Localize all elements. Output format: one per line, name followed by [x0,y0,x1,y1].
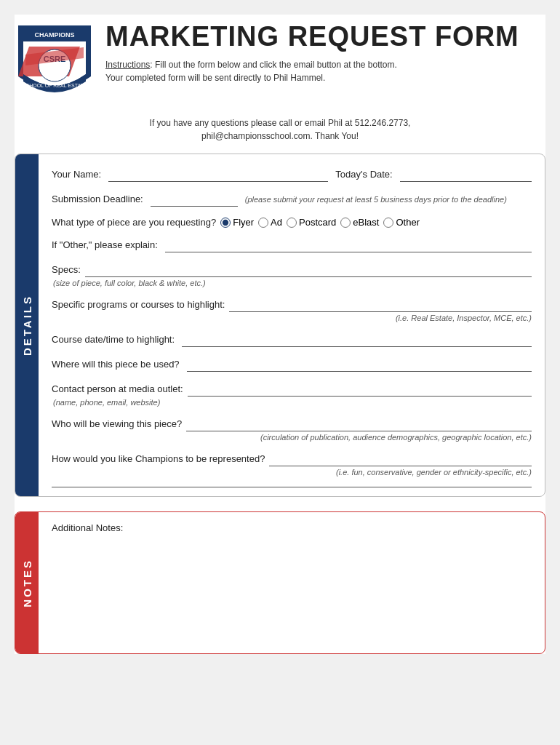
represented-label: How would you like Champions to be repre… [52,453,265,464]
header-text: MARKETING REQUEST FORM Instructions: Fil… [105,22,538,84]
course-date-row: Course date/time to highlight: [52,332,532,347]
notes-content: Additional Notes: [39,512,545,653]
eblast-option[interactable]: eBlast [340,217,379,228]
specs-input[interactable] [85,263,532,277]
submission-row: Submission Deadline: (please submit your… [52,192,532,207]
details-content: Your Name: Today's Date: Submission Dead… [39,154,545,496]
other-explain-label: If "Other," please explain: [52,239,158,250]
header: CHAMPIONS CSRE SCHOOL OF REAL ESTATE MAR… [15,15,545,109]
todays-date-label: Today's Date: [335,169,392,180]
svg-text:CHAMPIONS: CHAMPIONS [34,31,74,39]
submission-deadline-note: (please submit your request at least 5 b… [245,195,507,204]
programs-note: (i.e. Real Estate, Inspector, MCE, etc.) [53,314,532,322]
contact-person-note: (name, phone, email, website) [53,398,532,407]
your-name-input[interactable] [108,167,328,182]
specs-note: (size of piece, full color, black & whit… [53,279,532,287]
contact-person-row: Contact person at media outlet: (name, p… [52,382,532,407]
instructions-text: Instructions: Fill out the form below an… [105,58,538,84]
details-section: DETAILS Your Name: Today's Date: Submiss… [15,154,545,497]
contact-person-input[interactable] [188,382,532,397]
other-option[interactable]: Other [383,217,420,228]
additional-notes-input[interactable] [52,539,532,641]
piece-type-row: What type of piece are you requesting? F… [52,217,532,228]
represented-note: (i.e. fun, conservative, gender or ethni… [53,468,532,477]
svg-text:SCHOOL OF REAL ESTATE: SCHOOL OF REAL ESTATE [22,83,87,88]
ad-option[interactable]: Ad [258,217,282,228]
contact-info: If you have any questions please call or… [15,116,545,143]
programs-label: Specific programs or courses to highligh… [52,299,225,310]
where-used-input[interactable] [187,357,532,372]
page: CHAMPIONS CSRE SCHOOL OF REAL ESTATE MAR… [15,15,545,654]
flyer-radio[interactable] [220,218,231,228]
specs-label: Specs: [52,264,81,275]
submission-deadline-label: Submission Deadline: [52,194,143,204]
bottom-divider [52,487,532,487]
ad-radio[interactable] [258,218,268,228]
other-radio[interactable] [383,218,393,228]
todays-date-input[interactable] [400,167,532,182]
submission-deadline-input[interactable] [151,192,238,207]
who-viewing-row: Who will be viewing this piece? (circula… [52,417,532,442]
contact-person-label: Contact person at media outlet: [52,383,183,394]
represented-input[interactable] [269,452,532,466]
specs-row: Specs: (size of piece, full color, black… [52,263,532,287]
where-used-row: Where will this piece be used? [52,357,532,372]
who-viewing-input[interactable] [186,417,532,431]
represented-row: How would you like Champions to be repre… [52,452,532,477]
other-explain-row: If "Other," please explain: [52,238,532,252]
details-tab: DETAILS [15,154,39,496]
who-viewing-note: (circulation of publication, audience de… [53,433,532,442]
programs-input[interactable] [229,298,532,312]
piece-type-label: What type of piece are you requesting? [52,217,216,228]
programs-row: Specific programs or courses to highligh… [52,298,532,322]
page-title: MARKETING REQUEST FORM [105,22,538,52]
notes-tab: NOTES [15,512,39,653]
course-date-label: Course date/time to highlight: [52,334,175,345]
flyer-option[interactable]: Flyer [220,217,254,228]
course-date-input[interactable] [182,332,532,347]
instructions-label: Instructions [105,60,150,70]
other-explain-input[interactable] [165,238,532,252]
postcard-option[interactable]: Postcard [287,217,336,228]
logo: CHAMPIONS CSRE SCHOOL OF REAL ESTATE [15,22,95,102]
eblast-radio[interactable] [340,218,351,228]
who-viewing-label: Who will be viewing this piece? [52,418,182,429]
additional-notes-label: Additional Notes: [52,522,532,533]
where-used-label: Where will this piece be used? [52,359,180,370]
name-date-row: Your Name: Today's Date: [52,167,532,182]
notes-section: NOTES Additional Notes: [15,511,545,654]
postcard-radio[interactable] [287,218,297,228]
your-name-label: Your Name: [52,169,101,180]
